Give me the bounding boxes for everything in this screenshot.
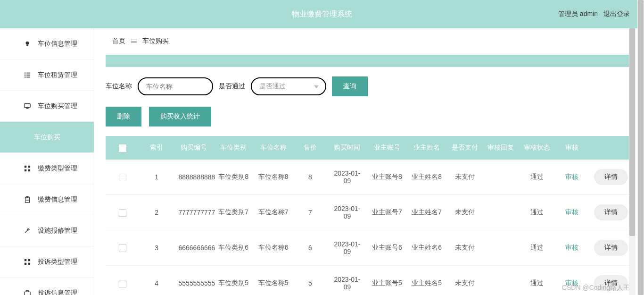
svg-rect-11 (28, 165, 30, 167)
filter-bar: 车位名称 是否通过 是否通过 查询 (106, 76, 633, 96)
svg-rect-18 (25, 259, 26, 261)
table-row: 36666666666车位类别6车位名称662023-01-09业主账号6业主姓… (106, 230, 633, 266)
svg-rect-7 (26, 76, 30, 77)
cell (483, 195, 519, 230)
svg-rect-8 (25, 103, 30, 107)
cell (106, 160, 140, 195)
table-row: 45555555555车位类别5车位名称552023-01-09业主账号5业主姓… (106, 266, 633, 295)
svg-rect-1 (26, 44, 28, 46)
cell: 车位名称7 (253, 195, 293, 230)
cell: 未支付 (446, 230, 482, 266)
cell: 业主账号7 (367, 195, 407, 230)
cell: 5555555555 (173, 266, 214, 295)
cell: 7777777777 (173, 195, 214, 230)
row-checkbox[interactable] (119, 244, 126, 252)
list-icon (24, 71, 31, 79)
cell: 通过 (519, 266, 554, 295)
pass-filter-select[interactable]: 是否通过 (251, 77, 326, 95)
svg-rect-6 (25, 76, 26, 77)
sidebar-item-6[interactable]: 设施报修管理 (0, 215, 94, 246)
header-user-area: 管理员 admin 退出登录 (558, 10, 630, 18)
detail-button[interactable]: 详情 (594, 275, 628, 291)
sidebar-item-2[interactable]: 车位购买管理 (0, 91, 94, 122)
sidebar-item-7[interactable]: 投诉类型管理 (0, 246, 94, 278)
col-header-12: 审核 (555, 136, 589, 160)
cell: 4 (140, 266, 173, 295)
svg-rect-3 (26, 72, 30, 73)
name-filter-label: 车位名称 (106, 82, 132, 91)
cell: 8 (293, 160, 327, 195)
svg-rect-20 (25, 262, 26, 264)
cell: 车位类别5 (214, 266, 253, 295)
content-scrollbar[interactable] (629, 28, 636, 295)
sidebar-item-label: 车位购买管理 (38, 102, 77, 110)
cell: 3 (140, 230, 173, 266)
audit-link[interactable]: 审核 (565, 244, 578, 251)
cell: 审核 (555, 195, 589, 230)
svg-rect-16 (26, 199, 28, 199)
cell: 详情 (589, 230, 633, 266)
cell (483, 266, 519, 295)
breadcrumb-sep-icon (131, 40, 137, 43)
col-header-6: 购买时间 (327, 136, 367, 160)
sidebar-item-8[interactable]: 投诉信息管理 (0, 278, 94, 295)
sidebar-item-3[interactable]: 车位购买 (0, 122, 94, 153)
main-content: 首页 车位购买 车位名称 是否通过 是否通过 查询 删除 购买收入统计 索引购买… (94, 28, 644, 295)
table-wrap: 索引购买编号车位类别车位名称售价购买时间业主账号业主姓名是否支付审核回复审核状态… (106, 136, 633, 295)
name-filter-input[interactable] (138, 77, 213, 95)
sidebar-item-5[interactable]: 缴费信息管理 (0, 184, 94, 215)
row-checkbox[interactable] (119, 209, 126, 217)
cell: 车位类别8 (214, 160, 253, 195)
cell (106, 195, 140, 230)
row-checkbox[interactable] (119, 280, 126, 287)
cell: 通过 (519, 230, 554, 266)
cell: 6 (293, 230, 327, 266)
sidebar: 车位信息管理车位租赁管理车位购买管理车位购买缴费类型管理缴费信息管理设施报修管理… (0, 28, 94, 295)
query-button[interactable]: 查询 (332, 76, 368, 96)
audit-link[interactable]: 审核 (565, 208, 578, 216)
breadcrumb: 首页 车位购买 (106, 37, 633, 45)
row-checkbox[interactable] (119, 174, 126, 181)
cell: 未支付 (446, 195, 482, 230)
cell: 车位类别6 (214, 230, 253, 266)
sidebar-item-1[interactable]: 车位租赁管理 (0, 59, 94, 91)
select-all-checkbox[interactable] (119, 144, 126, 152)
sidebar-item-label: 投诉信息管理 (38, 289, 77, 295)
cell: 业主账号5 (367, 266, 407, 295)
cell: 车位名称8 (253, 160, 293, 195)
audit-link[interactable]: 审核 (565, 279, 578, 287)
svg-rect-23 (26, 290, 28, 292)
col-header-11: 审核状态 (519, 136, 554, 160)
cell: 车位名称6 (253, 230, 293, 266)
detail-button[interactable]: 详情 (594, 169, 628, 185)
stats-button[interactable]: 购买收入统计 (149, 107, 211, 126)
sidebar-item-label: 车位租赁管理 (38, 71, 77, 79)
sidebar-item-4[interactable]: 缴费类型管理 (0, 153, 94, 184)
cell (483, 160, 519, 195)
grid-icon (24, 165, 31, 172)
logout-link[interactable]: 退出登录 (603, 10, 630, 18)
sidebar-item-label: 缴费类型管理 (38, 164, 77, 173)
cell: 1 (140, 160, 173, 195)
cell: 2023-01-09 (327, 160, 367, 195)
breadcrumb-home[interactable]: 首页 (112, 37, 125, 45)
cell (106, 266, 140, 295)
detail-button[interactable]: 详情 (594, 204, 628, 220)
delete-button[interactable]: 删除 (106, 107, 141, 126)
svg-rect-15 (26, 196, 28, 198)
cell (483, 230, 519, 266)
breadcrumb-current: 车位购买 (142, 37, 169, 45)
divider-bar (106, 55, 633, 67)
svg-rect-10 (25, 165, 26, 167)
detail-button[interactable]: 详情 (594, 240, 628, 256)
col-header-8: 业主姓名 (407, 136, 446, 160)
svg-rect-19 (28, 259, 30, 261)
svg-rect-2 (25, 72, 26, 73)
grid-icon (24, 258, 31, 266)
cell: 业主姓名5 (407, 266, 446, 295)
svg-rect-4 (25, 75, 26, 76)
data-table: 索引购买编号车位类别车位名称售价购买时间业主账号业主姓名是否支付审核回复审核状态… (106, 136, 633, 295)
audit-link[interactable]: 审核 (565, 173, 578, 180)
sidebar-item-0[interactable]: 车位信息管理 (0, 28, 94, 59)
page-scrollbar[interactable] (637, 0, 644, 295)
